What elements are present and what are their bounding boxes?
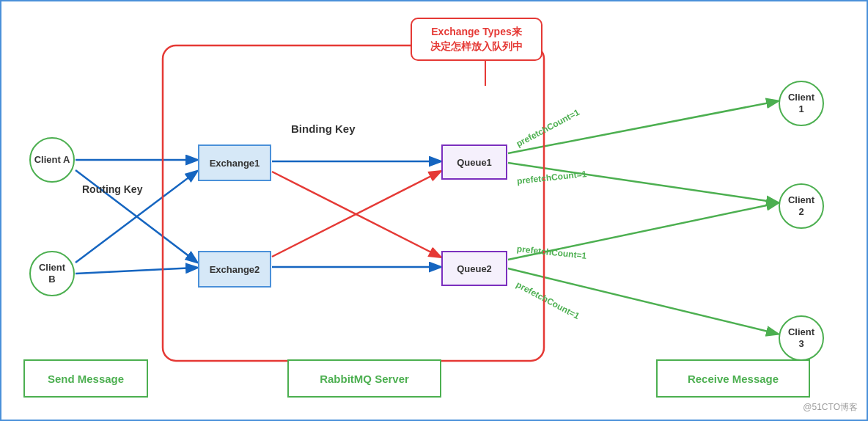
svg-line-6 [272,172,440,257]
client1-node: Client1 [779,81,824,126]
send-message-label: Send Message [23,359,148,398]
binding-key-label: Binding Key [291,122,356,135]
client-a-node: Client A [29,137,75,183]
svg-rect-12 [163,45,544,361]
prefetch4-label: prefetchCount=1 [515,279,581,321]
routing-key-label: Routing Key [82,183,142,195]
queue2-node: Queue2 [441,251,507,286]
prefetch1-label: prefetchCount=1 [515,107,581,149]
svg-line-2 [76,268,196,274]
exchange1-node: Exchange1 [198,144,271,181]
svg-line-7 [272,172,440,257]
exchange-types-bubble: Exchange Types来决定怎样放入队列中 [411,18,542,61]
client-b-node: ClientB [29,251,75,296]
prefetch2-label: prefetchCount=1 [516,169,587,186]
rabbitmq-server-label: RabbitMQ Server [287,359,441,398]
receive-message-label: Receive Message [656,359,810,398]
queue1-node: Queue1 [441,144,507,180]
exchange2-node: Exchange2 [198,251,271,288]
client2-node: Client2 [779,183,824,229]
client3-node: Client3 [779,315,824,361]
diagram: Client A ClientB Exchange1 Exchange2 Que… [0,0,868,421]
arrows-svg [1,1,868,421]
watermark: @51CTO博客 [803,401,858,414]
prefetch3-label: prefetchCount=1 [516,244,587,261]
